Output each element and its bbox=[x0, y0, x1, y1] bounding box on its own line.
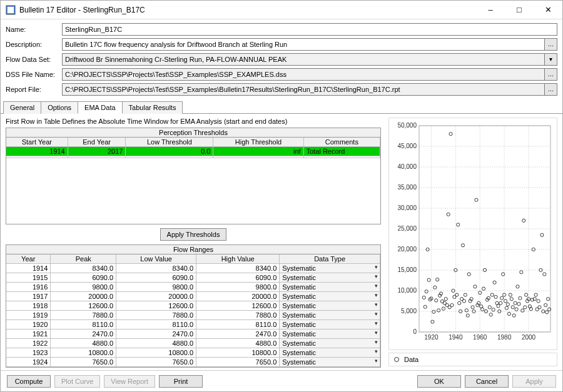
data-type-cell[interactable]: Systematic bbox=[280, 329, 380, 339]
legend-marker-icon bbox=[394, 357, 399, 362]
flow-row[interactable]: 191812600.012600.012600.0Systematic bbox=[6, 301, 380, 311]
report-file-ellipsis-button[interactable]: … bbox=[545, 83, 557, 96]
data-type-cell[interactable]: Systematic bbox=[280, 273, 380, 283]
flow-row[interactable]: 192310800.010800.010800.0Systematic bbox=[6, 348, 380, 358]
svg-text:35,000: 35,000 bbox=[397, 184, 417, 191]
perception-header: Start Year bbox=[6, 138, 68, 147]
data-type-cell[interactable]: Systematic bbox=[280, 339, 380, 348]
tab-ema-data[interactable]: EMA Data bbox=[78, 101, 123, 114]
svg-text:1920: 1920 bbox=[424, 334, 439, 341]
data-type-cell[interactable]: Systematic bbox=[280, 292, 380, 301]
data-type-cell[interactable]: Systematic bbox=[280, 358, 380, 367]
form-area: Name: Description: … Flow Data Set: ▾ DS… bbox=[1, 19, 562, 99]
data-type-cell[interactable]: Systematic bbox=[280, 301, 380, 311]
perception-row[interactable]: 191420170.0infTotal Record bbox=[6, 147, 380, 156]
description-label: Description: bbox=[6, 41, 62, 48]
report-file-input[interactable] bbox=[62, 83, 545, 96]
svg-text:50,000: 50,000 bbox=[397, 122, 417, 129]
app-icon bbox=[6, 5, 16, 15]
flow-row[interactable]: 19148340.08340.08340.0Systematic bbox=[6, 264, 380, 273]
perception-table[interactable]: Start YearEnd YearLow ThresholdHigh Thre… bbox=[6, 137, 381, 224]
dss-file-input[interactable] bbox=[62, 68, 545, 81]
svg-text:0: 0 bbox=[413, 328, 417, 335]
apply-button[interactable]: Apply bbox=[512, 375, 556, 388]
flow-row[interactable]: 191720000.020000.020000.0Systematic bbox=[6, 292, 380, 301]
svg-text:45,000: 45,000 bbox=[397, 143, 417, 149]
flow-row[interactable]: 192512700.012700.012700.0Systematic bbox=[6, 367, 380, 368]
report-file-label: Report File: bbox=[6, 86, 62, 93]
app-window: Bulletin 17 Editor - SterlingRun_B17C – … bbox=[0, 0, 563, 392]
flow-data-set-label: Flow Data Set: bbox=[6, 56, 62, 63]
flow-row[interactable]: 19224880.04880.04880.0Systematic bbox=[6, 339, 380, 348]
perception-header: Low Threshold bbox=[126, 138, 213, 147]
perception-header: Comments bbox=[303, 138, 380, 147]
data-type-cell[interactable]: Systematic bbox=[280, 311, 380, 320]
flow-row[interactable]: 19197880.07880.07880.0Systematic bbox=[6, 311, 380, 320]
data-type-cell[interactable]: Systematic bbox=[280, 348, 380, 358]
ema-hint-text: First Row in Table Defines the Absolute … bbox=[6, 118, 381, 125]
flow-ranges-group-title: Flow Ranges bbox=[6, 244, 381, 254]
bottom-button-bar: Compute Plot Curve View Report Print OK … bbox=[1, 370, 562, 391]
perception-group-title: Perception Thresholds bbox=[6, 128, 381, 137]
svg-text:15,000: 15,000 bbox=[397, 266, 417, 273]
description-input[interactable] bbox=[62, 38, 545, 51]
svg-rect-1 bbox=[8, 7, 14, 13]
flow-row[interactable]: 19208110.08110.08110.0Systematic bbox=[6, 320, 380, 329]
svg-text:1980: 1980 bbox=[497, 334, 512, 341]
name-label: Name: bbox=[6, 26, 62, 33]
flow-scatter-chart: 05,00010,00015,00020,00025,00030,00035,0… bbox=[388, 118, 557, 350]
perception-row[interactable] bbox=[6, 156, 380, 158]
plot-curve-button[interactable]: Plot Curve bbox=[54, 375, 100, 388]
flow-header: Data Type bbox=[280, 254, 380, 264]
close-button[interactable]: ✕ bbox=[534, 1, 562, 19]
flow-row[interactable]: 19169800.09800.09800.0Systematic bbox=[6, 283, 380, 292]
flow-header: Year bbox=[6, 254, 51, 264]
flow-row[interactable]: 19247650.07650.07650.0Systematic bbox=[6, 358, 380, 367]
svg-text:2000: 2000 bbox=[522, 334, 536, 341]
svg-text:40,000: 40,000 bbox=[397, 163, 417, 170]
view-report-button[interactable]: View Report bbox=[104, 375, 155, 388]
data-type-cell[interactable]: Systematic bbox=[280, 320, 380, 329]
flow-header: Low Value bbox=[116, 254, 196, 264]
ema-data-panel: First Row in Table Defines the Absolute … bbox=[1, 113, 562, 370]
data-type-cell[interactable]: Systematic bbox=[280, 283, 380, 292]
flow-header: Peak bbox=[51, 254, 116, 264]
apply-thresholds-button[interactable]: Apply Thresholds bbox=[160, 228, 227, 241]
ok-button[interactable]: OK bbox=[417, 375, 461, 388]
data-type-cell[interactable]: Systematic bbox=[280, 367, 380, 368]
cancel-button[interactable]: Cancel bbox=[465, 375, 509, 388]
svg-text:25,000: 25,000 bbox=[397, 225, 417, 232]
svg-text:30,000: 30,000 bbox=[397, 204, 417, 211]
maximize-button[interactable]: □ bbox=[505, 1, 534, 19]
tab-general[interactable]: General bbox=[3, 101, 41, 114]
chart-legend: Data bbox=[388, 353, 557, 366]
dss-file-label: DSS File Name: bbox=[6, 71, 62, 78]
perception-header: End Year bbox=[68, 138, 126, 147]
flow-row[interactable]: 19212470.02470.02470.0Systematic bbox=[6, 329, 380, 339]
tab-tabular-results[interactable]: Tabular Results bbox=[122, 101, 183, 114]
perception-header: High Threshold bbox=[213, 138, 303, 147]
window-title: Bulletin 17 Editor - SterlingRun_B17C bbox=[19, 6, 476, 14]
data-type-cell[interactable]: Systematic bbox=[280, 264, 380, 273]
flow-data-set-dropdown-icon[interactable]: ▾ bbox=[545, 53, 557, 66]
legend-label: Data bbox=[404, 356, 418, 363]
name-input[interactable] bbox=[62, 23, 557, 36]
description-ellipsis-button[interactable]: … bbox=[545, 38, 557, 51]
flow-ranges-table[interactable]: YearPeakLow ValueHigh ValueData Type1914… bbox=[6, 254, 381, 368]
compute-button[interactable]: Compute bbox=[7, 375, 51, 388]
minimize-button[interactable]: – bbox=[476, 1, 505, 19]
dss-file-ellipsis-button[interactable]: … bbox=[545, 68, 557, 81]
titlebar: Bulletin 17 Editor - SterlingRun_B17C – … bbox=[1, 1, 562, 19]
flow-header: High Value bbox=[196, 254, 280, 264]
tab-strip: GeneralOptionsEMA DataTabular Results bbox=[1, 101, 562, 113]
svg-text:5,000: 5,000 bbox=[401, 308, 417, 314]
flow-row[interactable]: 19156090.06090.06090.0Systematic bbox=[6, 273, 380, 283]
svg-text:20,000: 20,000 bbox=[397, 246, 417, 253]
flow-data-set-select[interactable] bbox=[62, 53, 545, 66]
svg-text:10,000: 10,000 bbox=[397, 287, 417, 294]
svg-text:1960: 1960 bbox=[473, 334, 487, 341]
svg-text:1940: 1940 bbox=[449, 334, 463, 341]
print-button[interactable]: Print bbox=[159, 375, 203, 388]
tab-options[interactable]: Options bbox=[41, 101, 78, 114]
